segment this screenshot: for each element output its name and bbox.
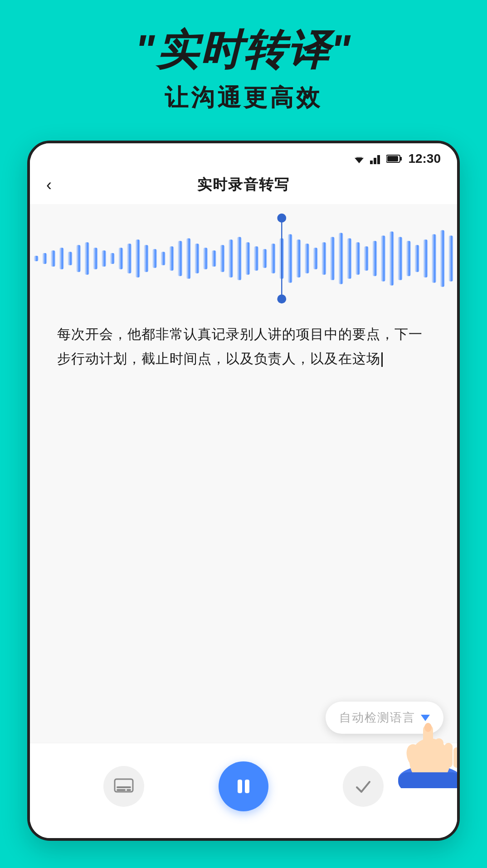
battery-icon [386,154,403,163]
pause-icon [232,775,255,798]
svg-rect-43 [330,237,335,280]
signal-icon [370,153,383,164]
svg-rect-44 [339,233,343,284]
svg-rect-15 [93,248,97,269]
svg-rect-45 [347,238,351,278]
svg-rect-55 [432,234,436,283]
svg-rect-51 [398,237,402,280]
transcript-area: 每次开会，他都非常认真记录别人讲的项目中的要点，下一步行动计划，截止时间点，以及… [30,313,457,385]
svg-rect-48 [372,241,377,276]
svg-rect-17 [110,253,115,264]
svg-rect-38 [288,234,292,283]
transcript-text: 每次开会，他都非常认真记录别人讲的项目中的要点，下一步行动计划，截止时间点，以及… [57,322,430,371]
svg-rect-11 [59,248,64,269]
svg-rect-4 [377,155,380,164]
svg-rect-65 [444,743,453,768]
svg-rect-46 [356,242,360,274]
svg-rect-8 [34,256,39,261]
waveform-svg [30,213,457,304]
hero-subtitle: 让沟通更高效 [0,82,487,114]
svg-rect-74 [238,780,242,793]
svg-point-68 [424,723,432,732]
hero-section: "实时转译" 让沟通更高效 [0,27,487,114]
status-icons [352,153,403,164]
svg-rect-34 [254,246,258,271]
svg-rect-2 [370,161,373,164]
svg-rect-53 [415,245,419,272]
phone-inner: 12:30 ‹ 实时录音转写 [30,143,457,838]
svg-rect-40 [305,244,309,273]
svg-rect-19 [127,244,131,273]
svg-rect-3 [374,158,376,164]
back-button[interactable]: ‹ [46,176,52,195]
svg-rect-50 [390,232,394,286]
svg-rect-75 [245,780,249,793]
svg-rect-36 [271,244,275,273]
svg-rect-7 [387,156,398,161]
svg-rect-12 [68,252,72,265]
svg-rect-20 [136,239,140,277]
check-icon [352,775,374,797]
svg-rect-47 [364,246,369,271]
svg-rect-29 [212,250,216,267]
pause-button[interactable] [219,761,268,811]
svg-rect-23 [161,252,166,265]
waveform-container [30,213,457,304]
svg-point-60 [277,294,286,303]
svg-rect-52 [406,241,411,276]
phone-mockup: 12:30 ‹ 实时录音转写 [27,141,460,841]
app-title: 实时录音转写 [197,175,290,195]
svg-rect-28 [203,248,208,269]
done-button[interactable] [343,766,384,807]
svg-rect-56 [440,230,445,287]
svg-rect-41 [313,248,318,269]
svg-rect-22 [152,249,157,268]
svg-rect-42 [321,242,326,274]
hero-title: "实时转译" [0,27,487,73]
app-header: ‹ 实时录音转写 [30,171,457,204]
svg-rect-39 [296,239,301,277]
background: "实时转译" 让沟通更高效 [0,0,487,868]
bottom-toolbar [30,743,457,838]
svg-rect-35 [263,249,267,268]
svg-rect-31 [229,239,233,277]
svg-rect-26 [186,238,191,278]
svg-rect-27 [195,244,199,273]
svg-rect-13 [76,245,81,272]
svg-rect-32 [237,237,242,280]
svg-rect-14 [85,242,89,274]
wifi-icon [352,153,366,164]
hand-cursor-illustration [394,697,460,788]
status-bar: 12:30 [30,143,457,171]
svg-rect-64 [434,738,443,766]
svg-rect-25 [178,241,182,276]
svg-point-59 [277,214,286,223]
subtitle-icon [113,775,135,797]
status-time: 12:30 [408,151,441,166]
svg-rect-16 [102,250,106,267]
svg-rect-71 [117,786,131,788]
svg-rect-6 [400,157,402,161]
svg-rect-69 [398,772,460,788]
svg-rect-54 [423,239,428,277]
svg-rect-57 [448,235,453,281]
svg-rect-10 [51,250,55,267]
svg-rect-72 [117,789,126,791]
svg-rect-21 [144,245,148,272]
svg-rect-33 [245,242,250,274]
subtitle-button[interactable] [103,766,144,807]
svg-rect-49 [381,235,385,281]
text-cursor [381,352,383,367]
svg-rect-73 [127,789,131,791]
svg-rect-9 [42,253,47,264]
svg-rect-18 [118,248,123,269]
svg-rect-24 [169,246,174,271]
svg-rect-66 [453,747,460,768]
svg-rect-30 [220,245,224,272]
